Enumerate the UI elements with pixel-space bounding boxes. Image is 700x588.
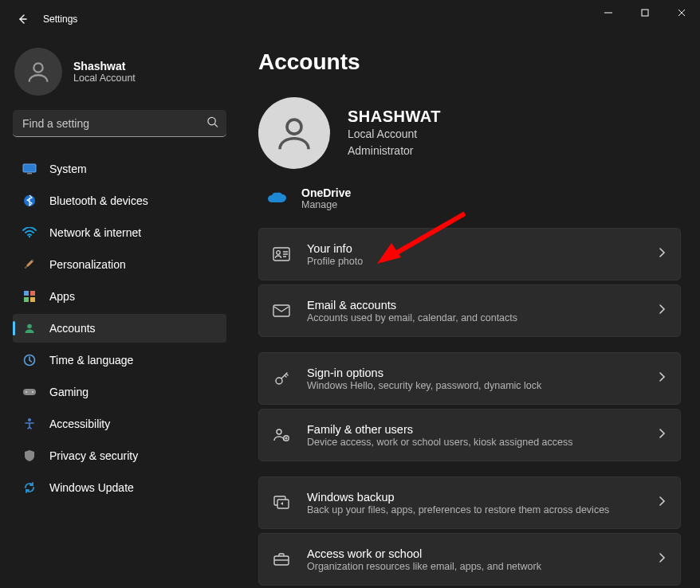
chevron-right-icon [659,428,666,442]
sidebar-item-personalization[interactable]: Personalization [13,250,226,279]
wifi-icon [22,225,37,240]
svg-rect-10 [24,297,29,302]
tile-subtitle: Organization resources like email, apps,… [307,561,643,572]
sidebar-item-label: Time & language [49,354,133,367]
tile-subtitle: Accounts used by email, calendar, and co… [307,312,643,323]
sidebar-item-time-language[interactable]: Time & language [13,346,226,374]
monitor-icon [22,162,37,176]
svg-point-15 [26,391,27,393]
close-button[interactable] [663,0,700,25]
svg-rect-21 [273,305,289,316]
search-wrap [13,110,226,137]
tile-subtitle: Device access, work or school users, kio… [307,437,643,448]
sidebar-item-label: Personalization [49,258,126,271]
tile-subtitle: Back up your files, apps, preferences to… [307,504,643,515]
svg-rect-9 [30,291,35,296]
svg-point-1 [33,63,42,72]
onedrive-title: OneDrive [301,186,351,199]
chevron-right-icon [659,496,666,510]
update-icon [22,480,37,495]
tile-email-accounts[interactable]: Email & accounts Accounts used by email,… [258,284,681,337]
sidebar-item-system[interactable]: System [13,155,226,183]
sidebar-item-label: Apps [49,290,75,303]
tile-title: Windows backup [307,491,643,504]
sidebar-item-privacy[interactable]: Privacy & security [13,441,226,470]
chevron-right-icon [659,247,666,261]
sidebar-item-label: System [49,163,87,175]
tile-subtitle: Windows Hello, security key, password, d… [307,380,643,391]
user-name: SHASHWAT [348,108,441,126]
tile-title: Access work or school [307,547,643,560]
page-title: Accounts [258,49,681,75]
tile-title: Email & accounts [307,299,643,312]
arrow-left-icon [16,13,29,25]
sidebar-item-gaming[interactable]: Gaming [13,378,226,406]
sidebar-item-label: Bluetooth & devices [49,194,148,207]
svg-point-12 [27,324,32,329]
paintbrush-icon [22,257,37,272]
chevron-right-icon [659,552,666,566]
avatar [14,48,62,96]
onedrive-row[interactable]: OneDrive Manage [258,183,681,228]
people-icon [272,427,291,443]
sidebar-item-label: Accounts [49,322,96,335]
onedrive-icon [266,191,287,206]
badge-icon [272,247,291,261]
mail-icon [272,304,291,317]
tile-title: Your info [307,242,643,255]
svg-rect-5 [27,173,32,174]
back-button[interactable] [6,3,38,35]
maximize-icon [641,9,649,17]
close-icon [678,9,686,17]
svg-rect-3 [23,164,36,172]
minimize-button[interactable] [590,0,627,25]
nav: System Bluetooth & devices Network & int… [13,155,226,502]
tile-your-info[interactable]: Your info Profile photo [258,228,681,280]
sidebar-item-network[interactable]: Network & internet [13,218,226,247]
svg-point-16 [32,391,33,393]
user-account-type: Local Account [348,126,441,142]
profile-name: Shashwat [73,60,136,73]
tile-work-school[interactable]: Access work or school Organization resou… [258,533,681,586]
tile-sign-in-options[interactable]: Sign-in options Windows Hello, security … [258,352,681,405]
maximize-button[interactable] [627,0,663,25]
search-input[interactable] [13,110,226,137]
apps-icon [22,289,37,304]
person-icon [273,112,316,155]
clock-icon [22,353,37,367]
sidebar-item-windows-update[interactable]: Windows Update [13,473,226,502]
sidebar-item-accessibility[interactable]: Accessibility [13,410,226,438]
svg-point-20 [277,251,281,255]
settings-tiles: Your info Profile photo Email & accounts… [258,228,681,586]
shield-icon [22,449,37,463]
svg-rect-8 [24,291,29,296]
sidebar-item-apps[interactable]: Apps [13,282,226,311]
search-icon [206,116,218,131]
tile-family-users[interactable]: Family & other users Device access, work… [258,409,681,461]
tile-title: Sign-in options [307,367,643,379]
svg-point-17 [28,418,31,421]
account-header: SHASHWAT Local Account Administrator [258,97,681,169]
profile-block[interactable]: Shashwat Local Account [14,48,238,96]
tile-title: Family & other users [307,423,643,436]
svg-point-2 [208,117,215,124]
sidebar-item-label: Privacy & security [49,449,138,462]
sidebar-item-label: Gaming [49,386,88,398]
profile-subtitle: Local Account [73,73,136,84]
briefcase-icon [272,552,291,566]
user-role: Administrator [348,143,441,159]
onedrive-subtitle: Manage [301,199,351,210]
tile-subtitle: Profile photo [307,256,643,267]
svg-point-7 [29,236,30,237]
svg-point-23 [277,429,281,434]
window-controls [590,0,700,25]
chevron-right-icon [659,304,666,318]
person-icon [25,58,52,85]
sidebar-item-accounts[interactable]: Accounts [13,314,226,343]
sidebar-item-label: Network & internet [49,226,141,239]
sidebar-item-bluetooth[interactable]: Bluetooth & devices [13,186,226,215]
accessibility-icon [22,417,37,431]
gamepad-icon [22,385,37,399]
tile-windows-backup[interactable]: Windows backup Back up your files, apps,… [258,476,681,529]
sidebar-item-label: Accessibility [49,417,110,430]
